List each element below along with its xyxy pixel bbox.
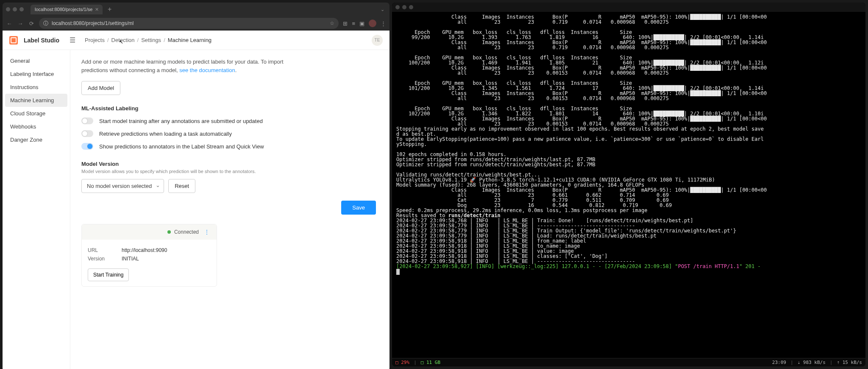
- tab-title: localhost:8080/projects/1/se: [35, 7, 92, 12]
- card-menu-button[interactable]: ⋮: [202, 229, 211, 235]
- sidebar-item-labeling[interactable]: Labeling Interface: [5, 67, 67, 81]
- page-description: Add one or more machine learning models …: [81, 58, 302, 74]
- hamburger-icon[interactable]: ☰: [70, 36, 75, 44]
- kebab-menu-icon[interactable]: ⋮: [381, 20, 386, 27]
- settings-sidebar: General Labeling Interface Instructions …: [3, 50, 70, 369]
- sidebar-item-general[interactable]: General: [5, 54, 67, 67]
- model-version-hint: Model version allows you to specify whic…: [81, 169, 378, 174]
- reload-icon[interactable]: ⟳: [28, 20, 35, 27]
- add-model-button[interactable]: Add Model: [81, 81, 120, 95]
- crumb-settings[interactable]: Settings: [141, 37, 161, 43]
- status-cpu: □ 29%: [395, 360, 409, 365]
- forward-icon[interactable]: →: [17, 20, 24, 27]
- model-card: Connected ⋮ URL http://localhost:9090 Ve…: [81, 224, 217, 287]
- breadcrumb: Projects / Detection / Settings / Machin…: [85, 37, 211, 43]
- crumb-current: Machine Learning: [168, 37, 211, 43]
- reset-button[interactable]: Reset: [168, 179, 195, 193]
- card-url-value: http://localhost:9090: [122, 247, 167, 253]
- extensions-icon[interactable]: ⊞: [343, 20, 348, 27]
- browser-tab[interactable]: localhost:8080/projects/1/se ✕: [31, 5, 103, 14]
- status-time: 23:09: [772, 360, 786, 365]
- save-button[interactable]: Save: [341, 201, 376, 215]
- ml-assisted-heading: ML-Assisted Labeling: [81, 105, 378, 112]
- toggle-label: Retrieve predictions when loading a task…: [99, 131, 232, 137]
- sidepanel-icon[interactable]: ▣: [359, 20, 364, 27]
- sidebar-item-ml[interactable]: Machine Learning: [5, 94, 67, 107]
- toggle-label: Start model training after any annotatio…: [99, 118, 263, 124]
- new-tab-button[interactable]: +: [105, 6, 114, 13]
- terminal-statusbar: □ 29% | □ 11 GB 23:09 | ⇣ 983 kB/s | ⇡ 1…: [392, 358, 865, 366]
- profile-avatar[interactable]: [369, 20, 376, 27]
- status-mem: □ 11 GB: [421, 360, 440, 365]
- toggle-start-training[interactable]: [81, 117, 93, 124]
- user-avatar[interactable]: TE: [372, 35, 383, 46]
- bookmark-icon[interactable]: ☆: [330, 20, 334, 26]
- terminal-window-controls: [395, 5, 413, 9]
- model-version-select[interactable]: No model version selected: [81, 179, 164, 193]
- toggle-retrieve-predictions[interactable]: [81, 130, 93, 137]
- brand-name: Label Studio: [24, 37, 59, 44]
- card-version-key: Version: [88, 256, 113, 262]
- status-up: ⇡ 15 kB/s: [837, 360, 862, 365]
- browser-tabbar: localhost:8080/projects/1/se ✕ + ⌄: [3, 3, 389, 16]
- tabs-dropdown-icon[interactable]: ⌄: [379, 5, 386, 14]
- browser-toolbar: ← → ⟳ ⓘ localhost:8080/projects/1/settin…: [3, 16, 389, 31]
- toggle-label: Show predictions to annotators in the La…: [99, 143, 264, 150]
- sidebar-item-instructions[interactable]: Instructions: [5, 81, 67, 94]
- sidebar-item-webhooks[interactable]: Webhooks: [5, 120, 67, 133]
- reading-list-icon[interactable]: ≡: [352, 20, 355, 27]
- status-down: ⇣ 983 kB/s: [798, 360, 826, 365]
- terminal-window: Class Images Instances Box(P R mAP50 mAP…: [392, 3, 865, 366]
- crumb-projects[interactable]: Projects: [85, 37, 105, 43]
- url-input[interactable]: ⓘ localhost:8080/projects/1/settings/ml …: [39, 18, 339, 29]
- sidebar-item-danger[interactable]: Danger Zone: [5, 133, 67, 146]
- card-url-key: URL: [88, 247, 113, 253]
- start-training-button[interactable]: Start Training: [88, 268, 129, 281]
- url-text: localhost:8080/projects/1/settings/ml: [52, 20, 134, 26]
- site-info-icon[interactable]: ⓘ: [43, 20, 48, 27]
- close-icon[interactable]: ✕: [95, 7, 99, 12]
- crumb-detection[interactable]: Detection: [111, 37, 135, 43]
- status-dot-icon: [167, 230, 171, 234]
- sidebar-item-cloud[interactable]: Cloud Storage: [5, 107, 67, 120]
- app-header: Label Studio ☰ Projects / Detection / Se…: [3, 31, 389, 50]
- toggle-show-predictions[interactable]: [81, 143, 93, 150]
- docs-link[interactable]: see the documentation: [179, 67, 235, 73]
- status-connected: Connected: [174, 229, 199, 235]
- back-icon[interactable]: ←: [6, 20, 13, 27]
- logo-icon: [9, 36, 18, 45]
- card-version-value: INITIAL: [122, 256, 139, 262]
- model-version-heading: Model Version: [81, 161, 378, 167]
- window-controls: [6, 7, 24, 11]
- terminal-output[interactable]: Class Images Instances Box(P R mAP50 mAP…: [392, 12, 865, 358]
- settings-main: Add one or more machine learning models …: [70, 50, 389, 369]
